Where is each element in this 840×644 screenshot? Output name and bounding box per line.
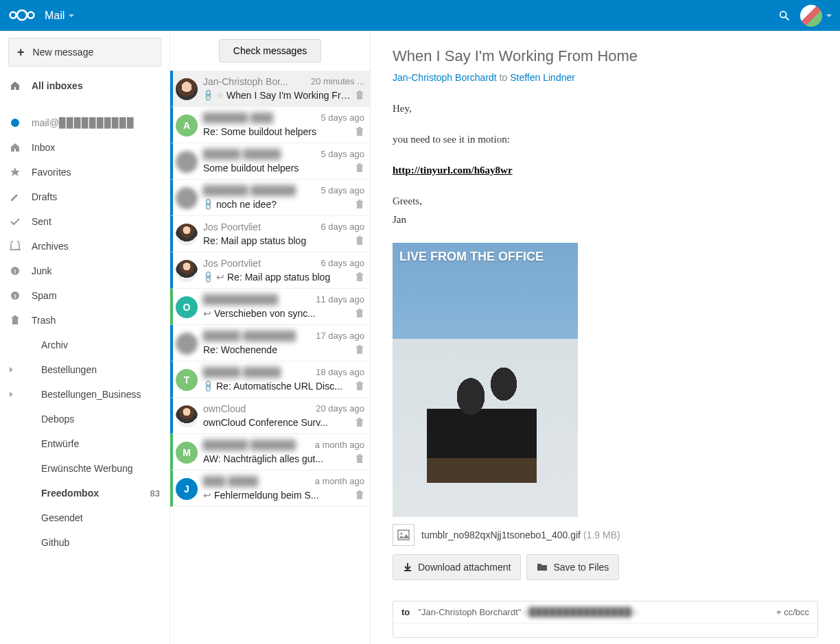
- logo[interactable]: [8, 8, 39, 24]
- sender-avatar: [176, 151, 198, 173]
- sidebar-item-bestellungen[interactable]: Bestellungen: [0, 357, 170, 382]
- sender-avatar: O: [176, 296, 198, 318]
- sidebar-item-drafts[interactable]: Drafts: [0, 184, 170, 209]
- message-sender: ▉▉▉▉▉▉ ▉▉▉▉▉▉: [203, 440, 296, 451]
- download-attachment-button[interactable]: Download attachment: [393, 554, 521, 580]
- attachment-preview[interactable]: LIVE FROM THE OFFICE: [393, 243, 578, 517]
- message-list-item[interactable]: A▉▉▉▉▉▉ ▉▉▉5 days agoRe: Some buildout h…: [170, 107, 370, 143]
- sidebar-item-bestellungen_business[interactable]: Bestellungen_Business: [0, 382, 170, 407]
- user-menu[interactable]: [800, 5, 832, 27]
- message-sender: ▉▉▉▉▉ ▉▉▉▉▉▉▉: [203, 331, 296, 342]
- message-list-item[interactable]: Jos Poortvliet6 days agoRe: Mail app sta…: [170, 216, 370, 252]
- reply-to-field[interactable]: "Jan-Christoph Borchardt" <▉▉▉▉▉▉▉▉▉▉▉▉▉…: [418, 607, 776, 617]
- message-subject: Re: Some buildout helpers: [203, 126, 351, 137]
- folder-icon: [10, 315, 23, 326]
- status-dot-icon: [11, 119, 19, 127]
- sidebar-item-favorites[interactable]: Favorites: [0, 160, 170, 184]
- sender-avatar: J: [176, 478, 198, 500]
- svg-point-0: [10, 12, 16, 19]
- delete-icon[interactable]: [355, 309, 364, 318]
- app-switcher[interactable]: Mail: [45, 10, 74, 22]
- sender-avatar: [176, 405, 198, 427]
- message-list-item[interactable]: ▉▉▉▉▉ ▉▉▉▉▉▉▉17 days agoRe: Wochenende: [170, 325, 370, 361]
- message-list: Check messages Jan-Christoph Bor...20 mi…: [170, 31, 371, 644]
- sidebar-item-archiv[interactable]: Archiv: [0, 333, 170, 357]
- mail-link[interactable]: http://tinyurl.com/h6ay8wr: [393, 165, 513, 176]
- delete-icon[interactable]: [355, 200, 364, 209]
- sidebar-item-freedombox[interactable]: Freedombox83: [0, 481, 170, 505]
- message-sender: ▉▉▉▉▉▉▉▉▉▉: [203, 294, 279, 305]
- message-subject: Re: Wochenende: [203, 344, 351, 355]
- message-list-item[interactable]: O▉▉▉▉▉▉▉▉▉▉11 days ago↩Verschieben von s…: [170, 289, 370, 325]
- sidebar-account[interactable]: mail@▉▉▉▉▉▉▉▉▉▉: [0, 110, 170, 135]
- delete-icon[interactable]: [355, 418, 364, 427]
- download-icon: [403, 562, 412, 572]
- reply-icon: ↩: [203, 490, 211, 501]
- cc-bcc-toggle[interactable]: + cc/bcc: [776, 607, 809, 617]
- delete-icon[interactable]: [355, 236, 364, 246]
- message-subject: AW: Nachträglich alles gut...: [203, 453, 351, 464]
- sidebar-item-trash[interactable]: Trash: [0, 308, 170, 333]
- user-avatar: [800, 5, 822, 27]
- delete-icon[interactable]: [355, 91, 364, 100]
- mail-to[interactable]: Steffen Lindner: [510, 72, 575, 83]
- sidebar-item-archives[interactable]: Archives: [0, 234, 170, 259]
- message-list-item[interactable]: ▉▉▉▉▉ ▉▉▉▉▉5 days agoSome buildout helpe…: [170, 143, 370, 180]
- sidebar-item-gesendet[interactable]: Gesendet: [0, 505, 170, 530]
- attachment-icon: 🔗: [201, 379, 215, 394]
- mail-participants: Jan-Christoph Borchardt to Steffen Lindn…: [393, 72, 818, 83]
- message-list-item[interactable]: T▉▉▉▉▉ ▉▉▉▉▉18 days ago🔗Re: Automatische…: [170, 361, 370, 398]
- reply-icon: ↩: [203, 308, 211, 319]
- sidebar-item-junk[interactable]: !Junk: [0, 259, 170, 283]
- message-sender: Jos Poortvliet: [203, 258, 261, 269]
- message-list-item[interactable]: ▉▉▉▉▉▉ ▉▉▉▉▉▉5 days ago🔗noch ne idee?: [170, 180, 370, 216]
- sidebar-item-entwürfe[interactable]: Entwürfe: [0, 431, 170, 456]
- search-icon[interactable]: [778, 10, 791, 22]
- mail-from[interactable]: Jan-Christoph Borchardt: [393, 72, 497, 83]
- sender-avatar: [176, 187, 198, 209]
- caret-down-icon: [69, 14, 74, 17]
- delete-icon[interactable]: [355, 381, 364, 391]
- sidebar-item-all-inboxes[interactable]: All inboxes: [0, 73, 170, 98]
- message-subject: Re: Mail app status blog: [227, 272, 351, 283]
- sidebar-item-spam[interactable]: !Spam: [0, 283, 170, 308]
- sidebar-item-sent[interactable]: Sent: [0, 209, 170, 234]
- reply-icon: ↩: [216, 272, 224, 283]
- sender-avatar: [176, 78, 198, 100]
- message-list-item[interactable]: ownCloud20 days agoownCloud Conference S…: [170, 398, 370, 434]
- sidebar-item-github[interactable]: Github: [0, 530, 170, 555]
- message-subject: noch ne idee?: [216, 199, 351, 210]
- sidebar-item-inbox[interactable]: Inbox: [0, 135, 170, 160]
- attachment-filename[interactable]: tumblr_no982qxNjj1tsonebo1_400.gif: [421, 529, 581, 540]
- new-message-button[interactable]: + New message: [8, 38, 161, 67]
- message-list-item[interactable]: M▉▉▉▉▉▉ ▉▉▉▉▉▉a month agoAW: Nachträglic…: [170, 434, 370, 470]
- save-to-files-button[interactable]: Save to Files: [526, 554, 619, 580]
- reply-body-input[interactable]: [393, 623, 817, 637]
- delete-icon[interactable]: [355, 127, 364, 136]
- delete-icon[interactable]: [355, 163, 364, 173]
- sidebar-item-debops[interactable]: Debops: [0, 407, 170, 431]
- message-subject: Fehlermeldung beim S...: [214, 490, 351, 501]
- attachment-icon: 🔗: [201, 270, 215, 285]
- message-list-item[interactable]: Jos Poortvliet6 days ago🔗↩Re: Mail app s…: [170, 252, 370, 289]
- check-messages-button[interactable]: Check messages: [219, 39, 321, 62]
- delete-icon[interactable]: [355, 272, 364, 282]
- folder-icon: !: [10, 265, 23, 276]
- delete-icon[interactable]: [355, 454, 364, 464]
- attachment-icon: 🔗: [201, 88, 215, 103]
- sidebar-item-erwünschte werbung[interactable]: Erwünschte Werbung: [0, 456, 170, 481]
- reply-to-label: to: [401, 607, 410, 617]
- message-subject: Some buildout helpers: [203, 163, 351, 174]
- sender-avatar: [176, 224, 198, 246]
- message-list-item[interactable]: Jan-Christoph Bor...20 minutes ...🔗☆When…: [170, 71, 370, 107]
- image-icon: [393, 524, 415, 546]
- message-list-item[interactable]: J▉▉▉ ▉▉▉▉a month ago↩Fehlermeldung beim …: [170, 470, 370, 507]
- message-subject: ownCloud Conference Surv...: [203, 417, 351, 428]
- delete-icon[interactable]: [355, 345, 364, 355]
- sender-avatar: T: [176, 369, 198, 391]
- svg-text:!: !: [14, 293, 16, 300]
- home-icon: [10, 80, 23, 91]
- sender-avatar: A: [176, 115, 198, 136]
- delete-icon[interactable]: [355, 490, 364, 500]
- attachment-info: tumblr_no982qxNjj1tsonebo1_400.gif (1.9 …: [393, 524, 818, 546]
